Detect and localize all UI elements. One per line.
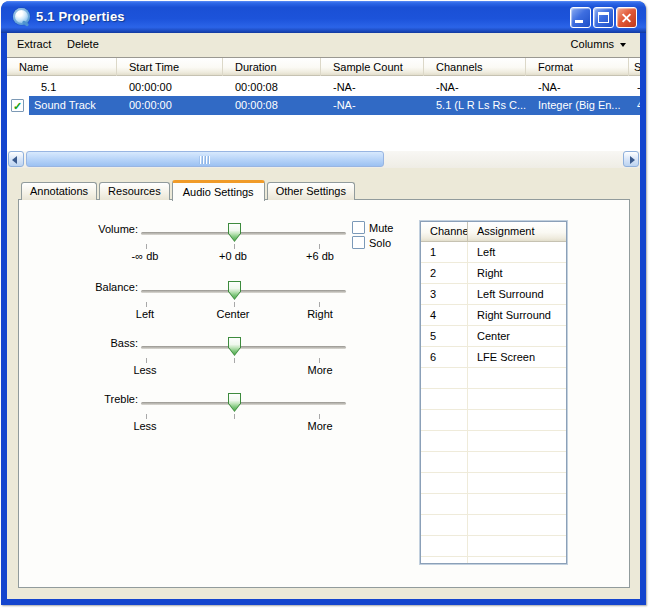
channel-number: 2 [421, 263, 468, 283]
minimize-button[interactable] [570, 7, 591, 28]
channel-table-header: Channel Assignment [421, 222, 566, 242]
channel-number: 3 [421, 284, 468, 304]
channel-row[interactable]: 5 Center [421, 326, 566, 347]
close-button[interactable] [616, 7, 637, 28]
cell-sample-count: -NA- [321, 78, 424, 97]
column-header-name: Name [7, 58, 117, 76]
menu-extract[interactable]: Extract [17, 38, 51, 50]
volume-label: Volume: [81, 223, 138, 235]
channel-row[interactable]: 1 Left [421, 242, 566, 263]
chevron-down-icon [620, 43, 626, 47]
tab-annotations[interactable]: Annotations [21, 182, 97, 200]
scrollbar-grip-icon [200, 156, 211, 164]
channel-row-empty [421, 389, 566, 410]
volume-slider-thumb[interactable] [228, 223, 241, 242]
quicktime-icon [13, 8, 30, 25]
column-header-start-time: Start Time [117, 58, 223, 76]
track-list: Name Start Time Duration Sample Count Ch… [7, 57, 640, 168]
balance-right-label: Right [307, 308, 333, 320]
channel-assignment[interactable]: Right [468, 263, 566, 283]
channel-row-empty [421, 368, 566, 389]
scrollbar-thumb[interactable] [26, 151, 384, 167]
audio-settings-panel: Volume: -∞ db +0 db +6 db Balance: Left … [18, 199, 630, 588]
channel-row[interactable]: 2 Right [421, 263, 566, 284]
balance-slider-track[interactable] [141, 290, 346, 293]
solo-checkbox[interactable] [352, 236, 365, 249]
table-row-sound-track[interactable]: ✓ Sound Track 00:00:00 00:00:08 -NA- 5.1… [7, 96, 640, 115]
tab-other-settings[interactable]: Other Settings [267, 182, 355, 200]
channel-row-empty [421, 536, 566, 557]
channel-row[interactable]: 4 Right Surround [421, 305, 566, 326]
column-header-sample-count: Sample Count [321, 58, 424, 76]
columns-dropdown-label: Columns [571, 38, 614, 50]
channel-row-empty [421, 452, 566, 473]
treble-label: Treble: [81, 393, 138, 405]
menubar: Extract Delete Columns [7, 33, 640, 57]
channel-table: Channel Assignment 1 Left 2 Right 3 Left… [420, 221, 567, 564]
channel-row-empty [421, 473, 566, 494]
tab-resources[interactable]: Resources [99, 182, 170, 200]
channel-row-empty [421, 410, 566, 431]
cell-start-time: 00:00:00 [117, 78, 223, 97]
tab-bar: Annotations Resources Audio Settings Oth… [21, 179, 357, 200]
treble-slider-thumb[interactable] [228, 393, 241, 412]
channel-assignment[interactable]: Center [468, 326, 566, 346]
track-enabled-checkbox[interactable]: ✓ [11, 99, 24, 112]
channel-number: 5 [421, 326, 468, 346]
bass-less-label: Less [133, 364, 156, 376]
titlebar[interactable]: 5.1 Properties [1, 1, 646, 33]
cell-name: 5.1 [29, 78, 117, 97]
balance-center-label: Center [216, 308, 249, 320]
volume-min-label: -∞ db [132, 250, 159, 262]
cell-partial: 4 [629, 96, 640, 115]
cell-format: Integer (Big En... [526, 96, 629, 115]
columns-dropdown[interactable]: Columns [571, 38, 626, 50]
channel-number: 1 [421, 242, 468, 262]
channel-row-empty [421, 557, 566, 564]
window-title: 5.1 Properties [36, 1, 125, 33]
bass-slider-track[interactable] [141, 346, 346, 349]
volume-max-label: +6 db [306, 250, 334, 262]
scroll-right-button[interactable] [623, 151, 639, 167]
assignment-column-header: Assignment [468, 222, 566, 241]
table-row-movie[interactable]: 5.1 00:00:00 00:00:08 -NA- -NA- -NA- - [7, 78, 640, 97]
channel-row-empty [421, 515, 566, 536]
properties-window: 5.1 Properties Extract Delete Columns Na… [1, 1, 646, 605]
solo-label: Solo [369, 237, 391, 249]
channel-assignment[interactable]: LFE Screen [468, 347, 566, 367]
mute-checkbox[interactable] [352, 221, 365, 234]
scroll-left-icon [12, 156, 17, 164]
track-list-header: Name Start Time Duration Sample Count Ch… [7, 58, 640, 76]
scroll-right-icon [630, 156, 635, 164]
maximize-icon [598, 12, 609, 23]
channel-assignment[interactable]: Right Surround [468, 305, 566, 325]
column-header-partial: S [629, 58, 640, 76]
mute-label: Mute [369, 222, 393, 234]
cell-channels: -NA- [424, 78, 526, 97]
channel-row[interactable]: 3 Left Surround [421, 284, 566, 305]
horizontal-scrollbar[interactable] [7, 151, 640, 168]
channel-assignment[interactable]: Left Surround [468, 284, 566, 304]
tab-audio-settings[interactable]: Audio Settings [172, 180, 265, 201]
channel-column-header: Channel [421, 222, 468, 241]
cell-duration: 00:00:08 [223, 78, 321, 97]
treble-more-label: More [307, 420, 332, 432]
balance-label: Balance: [81, 281, 138, 293]
channel-assignment[interactable]: Left [468, 242, 566, 262]
minimize-icon [575, 20, 583, 23]
scroll-left-button[interactable] [8, 151, 24, 167]
cell-duration: 00:00:08 [223, 96, 321, 115]
treble-slider-track[interactable] [141, 402, 346, 405]
channel-number: 6 [421, 347, 468, 367]
cell-channels: 5.1 (L R Ls Rs C... [424, 96, 526, 115]
volume-slider-track[interactable] [141, 232, 346, 235]
balance-slider-thumb[interactable] [228, 281, 241, 300]
bass-slider-thumb[interactable] [228, 337, 241, 356]
treble-less-label: Less [133, 420, 156, 432]
cell-partial: - [629, 78, 640, 97]
maximize-button[interactable] [593, 7, 614, 28]
column-header-format: Format [526, 58, 629, 76]
column-header-duration: Duration [223, 58, 321, 76]
channel-row[interactable]: 6 LFE Screen [421, 347, 566, 368]
menu-delete[interactable]: Delete [67, 38, 99, 50]
